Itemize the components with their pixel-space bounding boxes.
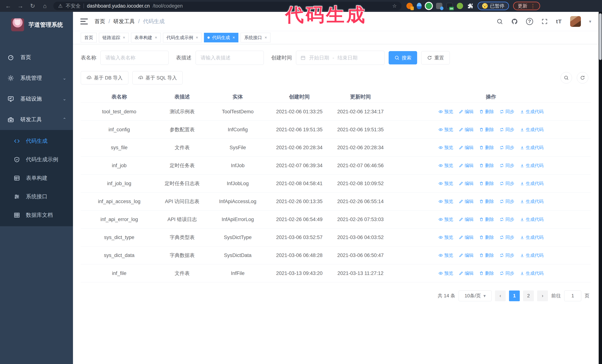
page-button-2[interactable]: 2: [523, 291, 534, 301]
sync-link[interactable]: 同步: [500, 269, 514, 277]
generate-code-link[interactable]: 生成代码: [520, 251, 544, 260]
sync-link[interactable]: 同步: [500, 215, 514, 223]
preview-link[interactable]: 预览: [439, 179, 453, 187]
extensions-puzzle-icon[interactable]: [467, 3, 473, 9]
sidebar-item-system[interactable]: 系统管理 ⌄: [0, 68, 73, 89]
sync-link[interactable]: 同步: [500, 251, 514, 260]
back-icon[interactable]: ←: [4, 2, 12, 10]
sync-link[interactable]: 同步: [500, 144, 514, 152]
search-icon[interactable]: [496, 18, 503, 25]
refresh-table-button[interactable]: [577, 72, 588, 83]
tab-codegen-example[interactable]: 代码生成示例×: [163, 33, 202, 42]
hamburger-icon[interactable]: [80, 19, 88, 24]
edit-link[interactable]: 编辑: [459, 108, 474, 116]
delete-link[interactable]: 删除: [479, 233, 494, 241]
delete-link[interactable]: 删除: [479, 251, 494, 260]
edit-link[interactable]: 编辑: [459, 215, 474, 223]
reload-icon[interactable]: ↻: [29, 2, 36, 10]
date-range-picker[interactable]: 开始日期 - 结束日期: [296, 51, 385, 65]
sidebar-item-system-api[interactable]: 系统接口: [0, 187, 73, 206]
generate-code-link[interactable]: 生成代码: [520, 161, 544, 170]
page-size-select[interactable]: 10条/页 ▾: [459, 291, 492, 301]
preview-link[interactable]: 预览: [439, 125, 453, 134]
generate-code-link[interactable]: 生成代码: [520, 233, 544, 241]
reset-button[interactable]: 重置: [421, 51, 450, 64]
sync-link[interactable]: 同步: [500, 125, 514, 134]
delete-link[interactable]: 删除: [479, 269, 494, 277]
edit-link[interactable]: 编辑: [459, 125, 474, 134]
edit-link[interactable]: 编辑: [459, 179, 474, 187]
profile-paused-badge[interactable]: 已暂停: [478, 2, 509, 10]
sync-link[interactable]: 同步: [500, 108, 514, 116]
import-sql-button[interactable]: 基于 SQL 导入: [132, 71, 183, 84]
delete-link[interactable]: 删除: [479, 197, 494, 206]
table-name-input[interactable]: [100, 51, 169, 65]
import-db-button[interactable]: 基于 DB 导入: [81, 71, 128, 84]
edit-link[interactable]: 编辑: [459, 233, 474, 241]
generate-code-link[interactable]: 生成代码: [520, 179, 544, 187]
date-end-placeholder[interactable]: 结束日期: [337, 54, 357, 61]
preview-link[interactable]: 预览: [439, 197, 453, 206]
close-icon[interactable]: ×: [123, 35, 125, 40]
generate-code-link[interactable]: 生成代码: [520, 108, 544, 116]
scrollbar-thumb[interactable]: [599, 13, 602, 60]
preview-link[interactable]: 预览: [439, 161, 453, 170]
next-page-button[interactable]: ›: [537, 291, 548, 301]
forward-icon[interactable]: →: [17, 2, 24, 10]
preview-link[interactable]: 预览: [439, 251, 453, 260]
user-avatar[interactable]: [570, 16, 581, 27]
browser-update-button[interactable]: 更新 ⋮: [513, 2, 540, 10]
font-size-icon[interactable]: tT: [556, 18, 562, 25]
preview-link[interactable]: 预览: [439, 269, 453, 277]
delete-link[interactable]: 删除: [479, 144, 494, 152]
window-scrollbar[interactable]: [599, 12, 602, 364]
security-warning-label[interactable]: 不安全: [65, 3, 81, 9]
sidebar-item-codegen[interactable]: 代码生成: [0, 132, 73, 150]
browser-menu-dots-icon[interactable]: ⋮: [530, 3, 536, 9]
close-icon[interactable]: ×: [155, 35, 157, 40]
tab-system-api[interactable]: 系统接口×: [241, 33, 270, 42]
preview-link[interactable]: 预览: [439, 144, 453, 152]
generate-code-link[interactable]: 生成代码: [520, 125, 544, 134]
sidebar-item-form-builder[interactable]: 表单构建: [0, 169, 73, 187]
extension-icon-dark-on[interactable]: on: [446, 3, 453, 9]
edit-link[interactable]: 编辑: [459, 197, 474, 206]
table-desc-input[interactable]: [196, 51, 264, 65]
edit-link[interactable]: 编辑: [459, 144, 474, 152]
sidebar-item-db-doc[interactable]: 数据库文档: [0, 206, 73, 224]
delete-link[interactable]: 删除: [479, 108, 494, 116]
sync-link[interactable]: 同步: [500, 233, 514, 241]
fullscreen-icon[interactable]: [541, 18, 548, 25]
page-button-1[interactable]: 1: [509, 291, 520, 301]
bookmark-star-icon[interactable]: ☆: [392, 3, 397, 9]
extension-icon-orange[interactable]: [406, 3, 413, 9]
preview-link[interactable]: 预览: [439, 233, 453, 241]
edit-link[interactable]: 编辑: [459, 161, 474, 170]
prev-page-button[interactable]: ‹: [495, 291, 506, 301]
extension-icon-green-check[interactable]: [426, 3, 432, 9]
breadcrumb-section[interactable]: 研发工具: [113, 18, 135, 25]
sync-link[interactable]: 同步: [500, 197, 514, 206]
preview-link[interactable]: 预览: [439, 215, 453, 223]
search-button[interactable]: 搜索: [389, 51, 417, 64]
delete-link[interactable]: 删除: [479, 161, 494, 170]
delete-link[interactable]: 删除: [479, 179, 494, 187]
delete-link[interactable]: 删除: [479, 125, 494, 134]
extension-icon-gray-grid[interactable]: [436, 3, 442, 9]
caret-down-icon[interactable]: ▾: [589, 19, 591, 24]
tab-tracing[interactable]: 链路追踪×: [99, 33, 129, 42]
goto-page-input[interactable]: [564, 291, 581, 301]
app-logo-row[interactable]: 芋道管理系统: [0, 12, 73, 38]
tab-home[interactable]: 首页: [81, 33, 97, 42]
generate-code-link[interactable]: 生成代码: [520, 215, 544, 223]
preview-link[interactable]: 预览: [439, 108, 453, 116]
sidebar-item-home[interactable]: 首页: [0, 47, 73, 68]
sidebar-item-infra[interactable]: 基础设施 ⌄: [0, 89, 73, 109]
close-icon[interactable]: ×: [265, 35, 267, 40]
extension-icon-blue-kite[interactable]: [417, 3, 422, 9]
sidebar-item-codegen-example[interactable]: 代码生成示例: [0, 150, 73, 169]
github-icon[interactable]: [511, 18, 518, 25]
toggle-search-button[interactable]: [560, 72, 572, 83]
sidebar-item-devtools[interactable]: 研发工具 ⌃: [0, 109, 73, 130]
home-icon[interactable]: ⌂: [41, 2, 49, 10]
